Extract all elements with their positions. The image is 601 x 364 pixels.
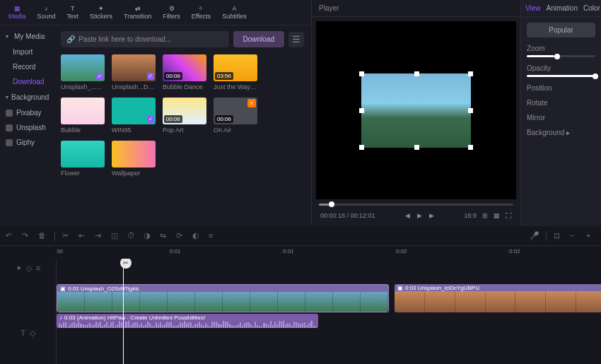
tool-label: Subtitles <box>222 13 247 20</box>
video-clip-1[interactable]: ▣0:03 Unsplash_O2Sd9Tigklc <box>57 284 389 312</box>
resize-handle[interactable] <box>359 108 364 113</box>
rotate-icon[interactable]: ⟳ <box>176 231 185 240</box>
sidebar-item-import[interactable]: Import <box>0 45 54 59</box>
audio-clip[interactable]: ♪0:03 (Animation) HitPaw - Create Unlimi… <box>57 314 318 328</box>
media-card[interactable]: Flower <box>61 141 105 177</box>
media-label: Pop Art <box>163 127 206 134</box>
sound-icon: ♪ <box>45 5 48 12</box>
track-head-video[interactable]: 🔍 <box>0 277 56 295</box>
zoom-in-icon[interactable]: + <box>586 231 595 240</box>
tab-color[interactable]: Color <box>583 3 600 13</box>
media-card[interactable]: Wallpaper <box>112 141 156 177</box>
sidebar-item-record[interactable]: Record <box>0 59 54 74</box>
resize-handle[interactable] <box>414 145 419 150</box>
grid-icon[interactable]: ▦ <box>494 212 500 219</box>
fullscreen-icon[interactable]: ⛶ <box>506 212 512 219</box>
media-card[interactable]: 00:06Bubble Dance <box>163 54 206 90</box>
sidebar-brand-giphy[interactable]: Giphy <box>0 135 54 150</box>
track-head-audio[interactable]: T◇ <box>0 324 56 342</box>
prev-button[interactable]: ◀ <box>405 212 410 219</box>
snapshot-icon[interactable]: ⊞ <box>482 212 488 219</box>
media-card[interactable]: 03:56Just the Way You Are <box>214 54 257 90</box>
media-card[interactable]: ✓Unsplash...DcYgUBPU <box>112 54 156 90</box>
track-area[interactable]: ✂ ▣0:03 Unsplash_O2Sd9Tigklc ▣0:03 Unspl… <box>57 259 601 364</box>
media-card[interactable]: ✓Unsplash_...Sd9Tigklc <box>61 54 105 90</box>
resize-handle[interactable] <box>468 108 473 113</box>
rotate-label[interactable]: Rotate <box>527 99 595 107</box>
duration-badge: 00:06 <box>215 115 233 123</box>
mirror-label[interactable]: Mirror <box>527 114 595 122</box>
tab-view[interactable]: View <box>525 3 541 13</box>
background-label[interactable]: Background ▸ <box>527 129 595 136</box>
crop-icon[interactable]: ◫ <box>111 231 120 240</box>
ruler-tick: 30 <box>57 248 63 254</box>
zoom-slider[interactable] <box>527 55 595 57</box>
tool-stickers[interactable]: ✦Stickers <box>84 1 118 23</box>
crop-start-icon[interactable]: ⇤ <box>78 231 88 240</box>
timeline-ruler[interactable]: 300:010:010:020:02 <box>57 246 601 259</box>
resize-handle[interactable] <box>414 71 419 76</box>
add-icon[interactable]: + <box>247 99 256 107</box>
resize-handle[interactable] <box>468 145 473 150</box>
mask-icon[interactable]: ◑ <box>144 231 153 240</box>
next-button[interactable]: ▶ <box>429 212 434 219</box>
tab-animation[interactable]: Animation <box>547 3 578 13</box>
fit-icon[interactable]: ⊡ <box>554 231 563 240</box>
resize-handle[interactable] <box>468 71 473 76</box>
tool-sound[interactable]: ♪Sound <box>32 1 62 23</box>
cut-icon[interactable]: ✂ <box>62 231 71 240</box>
tool-text[interactable]: TText <box>62 1 85 23</box>
sidebar-group-background[interactable]: Background <box>0 89 54 105</box>
filters-icon: ⚙ <box>169 5 175 12</box>
check-icon: ✓ <box>147 73 154 80</box>
popular-button[interactable]: Popular <box>527 23 595 37</box>
media-card[interactable]: ✓WIN95 <box>112 98 156 134</box>
playhead[interactable] <box>123 259 124 364</box>
sidebar-item-download[interactable]: Download <box>0 74 54 89</box>
redo-icon[interactable]: ↷ <box>22 231 31 240</box>
opacity-icon[interactable]: ◐ <box>192 231 202 240</box>
position-label[interactable]: Position <box>527 84 595 92</box>
delete-icon[interactable]: 🗑 <box>38 231 47 240</box>
clip-label: 0:03 (Animation) HitPaw - Create Unlimit… <box>64 315 205 321</box>
track-icon[interactable]: ≡ <box>209 231 218 240</box>
resize-handle[interactable] <box>359 71 364 76</box>
media-card[interactable]: 00:06+On Air <box>214 98 257 134</box>
media-card[interactable]: Bubble <box>61 98 105 134</box>
tool-transition[interactable]: ⇄Transition <box>118 1 157 23</box>
sidebar-group-my-media[interactable]: My Media <box>0 28 54 45</box>
pixabay-icon <box>6 110 13 117</box>
video-clip-2[interactable]: ▣0:03 Unsplash_lclDcYgUBPU <box>395 284 601 312</box>
tool-media[interactable]: ▦Media <box>3 1 32 23</box>
selected-clip[interactable] <box>361 74 471 148</box>
zoom-out-icon[interactable]: − <box>570 231 579 240</box>
ruler-tick: 0:01 <box>170 248 181 254</box>
undo-icon[interactable]: ↶ <box>6 231 15 240</box>
track-head-effects[interactable]: ✦◇≡ <box>0 259 56 277</box>
opacity-slider[interactable] <box>527 75 595 77</box>
download-button[interactable]: Download <box>233 31 284 47</box>
crop-end-icon[interactable]: ⇥ <box>95 231 104 240</box>
scrub-bar[interactable] <box>316 199 516 209</box>
tool-subtitles[interactable]: ASubtitles <box>216 1 252 23</box>
play-button[interactable]: ▶ <box>417 212 422 219</box>
media-card[interactable]: 00:06Pop Art <box>163 98 206 134</box>
sidebar-brand-unsplash[interactable]: Unsplash <box>0 120 54 135</box>
resize-handle[interactable] <box>359 145 364 150</box>
list-view-button[interactable]: ☰ <box>288 32 304 47</box>
sidebar-brand-pixabay[interactable]: Pixabay <box>0 105 54 120</box>
tool-label: Media <box>8 13 26 20</box>
player-stage[interactable] <box>316 21 516 199</box>
mirror-icon[interactable]: ⇋ <box>160 231 169 240</box>
clip-label: 0:03 Unsplash_lclDcYgUBPU <box>405 285 479 291</box>
current-time: 00:00:18 <box>320 212 345 219</box>
link-input[interactable]: 🔗 Paste link here to download... <box>61 31 229 47</box>
track-headers: ✦◇≡ 🔍 T◇ <box>0 259 57 364</box>
effects-icon: ✧ <box>198 5 204 12</box>
tool-filters[interactable]: ⚙Filters <box>157 1 186 23</box>
aspect-ratio[interactable]: 16:9 <box>464 212 477 219</box>
mic-icon[interactable]: 🎤 <box>530 231 539 240</box>
speed-icon[interactable]: ⏱ <box>127 231 136 240</box>
tool-effects[interactable]: ✧Effects <box>186 1 216 23</box>
link-placeholder: Paste link here to download... <box>78 35 171 43</box>
